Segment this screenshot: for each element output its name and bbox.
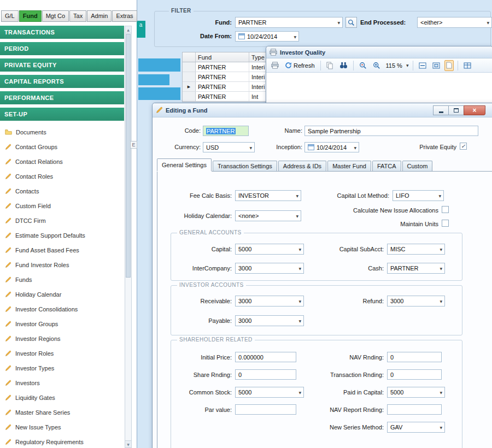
sidebar-item[interactable]: Custom Field	[0, 198, 124, 213]
dialog-tab[interactable]: General Settings	[157, 158, 212, 171]
capital-lot-method-combo[interactable]: LIFO▼	[393, 190, 444, 201]
module-tab[interactable]: G/L	[1, 10, 19, 22]
fund-search-button[interactable]	[345, 17, 357, 28]
grid-header-fund[interactable]: Fund	[196, 52, 249, 62]
sidebar-item[interactable]: New Issue Types	[0, 420, 124, 434]
sidebar-item[interactable]: Contact Roles	[0, 169, 124, 184]
cash-combo[interactable]: PARTNER▼	[387, 263, 445, 274]
initial-price-field[interactable]: 0.000000	[235, 352, 296, 362]
end-processed-combo[interactable]: <either> ▼	[417, 17, 492, 28]
sidebar-section-header[interactable]: SET-UP	[0, 108, 124, 121]
private-equity-checkbox[interactable]: ✓	[460, 143, 467, 150]
zoom-level-value[interactable]: 115 %	[385, 62, 403, 69]
dialog-tab[interactable]: FATCA	[372, 161, 401, 171]
module-tab[interactable]: Admin	[87, 10, 112, 22]
sidebar-item[interactable]: Liquidity Gates	[0, 390, 124, 405]
sidebar-section-header[interactable]: TRANSACTIONS	[0, 26, 124, 39]
fee-calc-basis-combo[interactable]: INVESTOR▼	[235, 190, 301, 201]
payable-combo[interactable]: 3000▼	[235, 315, 304, 326]
zoom-in-button[interactable]	[371, 60, 382, 71]
sidebar-item[interactable]: Contact Groups	[0, 139, 124, 154]
report-view-button[interactable]	[444, 60, 454, 71]
fit-page-button[interactable]	[431, 60, 442, 71]
code-field[interactable]: PARTNER	[203, 126, 249, 136]
sidebar-section-header[interactable]: PERIOD	[0, 42, 124, 55]
row-selector-cell[interactable]: ▶	[183, 72, 196, 81]
sidebar-section-header[interactable]: CAPITAL REPORTS	[0, 75, 124, 88]
sidebar-item[interactable]: Fund Asset Based Fees	[0, 243, 124, 257]
cell-fund[interactable]: PARTNER	[196, 92, 249, 101]
sidebar-item[interactable]: Contacts	[0, 184, 124, 198]
sidebar-item[interactable]: Master Share Series	[0, 405, 124, 420]
capital-subacct-combo[interactable]: MISC▼	[387, 244, 445, 255]
paid-in-capital-combo[interactable]: 5000▼	[387, 387, 445, 398]
sidebar-section-header[interactable]: PRIVATE EQUITY	[0, 58, 124, 72]
maintain-units-checkbox[interactable]	[442, 220, 449, 227]
find-button[interactable]	[338, 60, 349, 71]
dialog-tab[interactable]: Master Fund	[327, 161, 371, 171]
sidebar-item[interactable]: DTCC Firm	[0, 213, 124, 228]
par-value-field[interactable]	[235, 404, 296, 415]
clipped-teal-tab[interactable]: a	[136, 21, 145, 38]
cell-fund[interactable]: PARTNER	[196, 62, 249, 72]
intercompany-combo[interactable]: 3000▼	[235, 263, 304, 274]
dialog-tab[interactable]: Address & IDs	[278, 161, 326, 171]
sidebar-item[interactable]: Investor Regions	[0, 331, 124, 346]
module-tab[interactable]: Extras	[112, 10, 137, 22]
module-tab[interactable]: Tax	[69, 10, 86, 22]
holiday-calendar-combo[interactable]: <none>▼	[235, 210, 301, 221]
export-button[interactable]	[462, 60, 473, 71]
sidebar-item[interactable]: Investors	[0, 375, 124, 390]
calc-new-issue-checkbox[interactable]	[442, 206, 449, 213]
dialog-tab[interactable]: Transaction Settings	[213, 161, 277, 171]
capital-combo[interactable]: 5000▼	[235, 244, 304, 255]
print-button[interactable]	[270, 60, 280, 71]
sidebar-item[interactable]: Holiday Calendar	[0, 287, 124, 302]
zoom-out-button[interactable]	[358, 60, 368, 71]
investor-quality-titlebar[interactable]: Investor Quality	[266, 46, 492, 58]
refund-combo[interactable]: 3000▼	[387, 296, 445, 306]
row-selector-cell[interactable]: ▶	[183, 62, 196, 72]
close-button[interactable]: ×	[464, 105, 485, 115]
new-series-method-combo[interactable]: GAV▼	[387, 422, 445, 433]
sidebar-item[interactable]: Investor Roles	[0, 346, 124, 361]
dialog-titlebar[interactable]: Editing a Fund ×	[153, 103, 492, 117]
cell-fund[interactable]: PARTNER	[196, 82, 249, 91]
row-selector-cell[interactable]: ▶	[183, 92, 196, 101]
scroll-up-icon[interactable]: ▲	[125, 26, 131, 33]
sidebar-item[interactable]: Estimate Support Defaults	[0, 228, 124, 243]
refresh-button[interactable]: Refresh	[283, 60, 317, 71]
minimize-button[interactable]	[433, 105, 449, 115]
nav-report-rnding-field[interactable]	[387, 404, 442, 415]
sidebar-item[interactable]: Regulatory Requirements	[0, 434, 124, 448]
transaction-rnding-field[interactable]: 0	[387, 369, 442, 380]
sidebar-item[interactable]: Investor Groups	[0, 316, 124, 331]
dialog-tab[interactable]: Custom	[402, 161, 433, 171]
name-field[interactable]: Sample Partnership	[304, 126, 478, 136]
copy-button[interactable]	[325, 60, 335, 71]
module-tab[interactable]: Mgt Co	[42, 10, 69, 22]
nav-rnding-field[interactable]: 0	[387, 352, 442, 362]
currency-combo[interactable]: USD ▼	[203, 142, 255, 152]
fund-combo[interactable]: PARTNER ▼	[235, 17, 343, 28]
sidebar-item[interactable]: Contact Relations	[0, 154, 124, 169]
sidebar-section-header[interactable]: PERFORMANCE	[0, 91, 124, 104]
scroll-down-icon[interactable]: ▼	[125, 440, 131, 447]
inception-datepicker[interactable]: 10/24/2014 ▼	[304, 142, 359, 152]
sidebar-item[interactable]: Funds	[0, 272, 124, 287]
share-rnding-field[interactable]: 0	[235, 369, 296, 380]
chevron-down-icon[interactable]: ▼	[406, 63, 409, 67]
module-tab[interactable]: Fund	[19, 10, 42, 22]
date-from-field[interactable]: 10/24/2014 ▼	[235, 31, 299, 42]
receivable-combo[interactable]: 3000▼	[235, 296, 304, 306]
sidebar-scrollbar[interactable]: ▲ ▼	[125, 26, 132, 448]
cell-fund[interactable]: PARTNER	[196, 72, 249, 81]
sidebar-item[interactable]: Documents	[0, 125, 124, 139]
scrollbar-thumb[interactable]	[126, 34, 131, 278]
sidebar-item[interactable]: Investor Consolidations	[0, 302, 124, 316]
common-stock-combo[interactable]: 5000▼	[235, 387, 304, 398]
maximize-button[interactable]	[448, 105, 464, 115]
fit-width-button[interactable]	[417, 60, 428, 71]
sidebar-item[interactable]: Investor Types	[0, 361, 124, 375]
sidebar-item[interactable]: Fund Investor Roles	[0, 257, 124, 272]
